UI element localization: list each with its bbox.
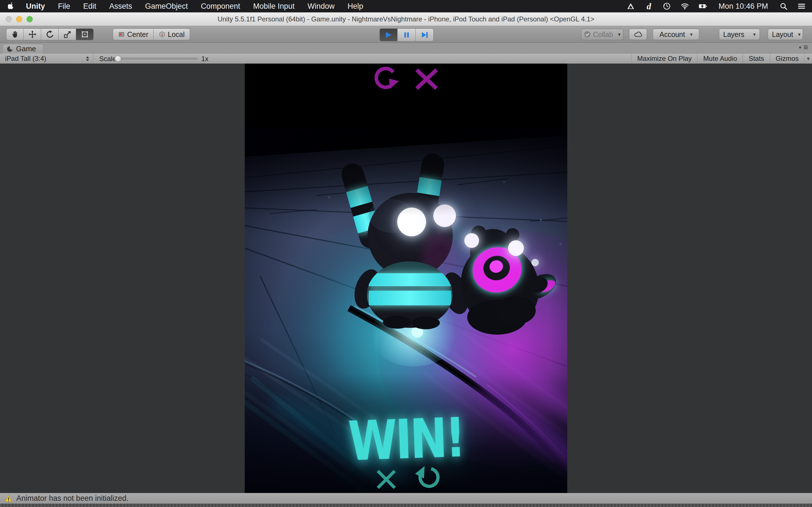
menu-item-window[interactable]: Window bbox=[308, 2, 335, 11]
rect-tool-button[interactable] bbox=[76, 29, 94, 40]
menu-status-icons: d Mon 10:46 PM bbox=[626, 2, 806, 11]
menu-item-edit[interactable]: Edit bbox=[83, 2, 96, 11]
menu-clock[interactable]: Mon 10:46 PM bbox=[718, 2, 768, 11]
menu-item-gameobject[interactable]: GameObject bbox=[145, 2, 188, 11]
menu-item-assets[interactable]: Assets bbox=[109, 2, 132, 11]
game-tab-bar: Game ▾ ≡ bbox=[0, 43, 812, 54]
aspect-ratio-value: iPad Tall (3:4) bbox=[5, 55, 46, 62]
window-resize-grip[interactable] bbox=[0, 504, 812, 507]
panel-dropdown-icon: ▾ bbox=[799, 45, 801, 50]
scale-slider-knob[interactable] bbox=[115, 55, 121, 62]
menu-item-component[interactable]: Component bbox=[201, 2, 240, 11]
pivot-controls: Center Local bbox=[113, 29, 190, 40]
warning-icon bbox=[4, 495, 12, 502]
time-machine-icon[interactable] bbox=[663, 2, 671, 10]
window-title: Unity 5.5.1f1 Personal (64bit) - Game.un… bbox=[0, 15, 812, 23]
cloud-icon bbox=[634, 31, 642, 38]
account-label: Account bbox=[659, 31, 685, 39]
tab-game-label: Game bbox=[16, 45, 36, 53]
play-button[interactable] bbox=[379, 29, 398, 41]
menu-item-help[interactable]: Help bbox=[348, 2, 363, 11]
collab-check-icon bbox=[584, 31, 591, 38]
window-minimize-button[interactable] bbox=[16, 16, 22, 22]
cloud-services-button[interactable] bbox=[629, 29, 647, 40]
d-app-icon[interactable]: d bbox=[645, 2, 653, 10]
scale-tool-button[interactable] bbox=[59, 29, 76, 40]
game-view-icon bbox=[6, 46, 13, 52]
local-icon bbox=[159, 31, 165, 38]
battery-charging-icon[interactable] bbox=[699, 2, 707, 10]
menu-item-file[interactable]: File bbox=[58, 2, 70, 11]
mute-audio-button[interactable]: Mute Audio bbox=[697, 54, 743, 64]
hand-tool-button[interactable] bbox=[6, 29, 24, 40]
macos-menu-bar: Unity File Edit Assets GameObject Compon… bbox=[0, 0, 812, 12]
panel-menu[interactable]: ▾ ≡ bbox=[799, 45, 808, 50]
panel-list-icon: ≡ bbox=[804, 45, 808, 50]
tab-game[interactable]: Game bbox=[2, 44, 44, 54]
game-close-bottom-button[interactable] bbox=[374, 467, 398, 491]
collab-dropdown-arrow: ▾ bbox=[618, 32, 620, 38]
step-icon bbox=[421, 31, 428, 39]
scale-value: 1x bbox=[201, 55, 208, 63]
menu-item-mobile-input[interactable]: Mobile Input bbox=[253, 2, 295, 11]
collab-label: Collab bbox=[593, 31, 613, 39]
pivot-center-button[interactable]: Center bbox=[113, 29, 154, 40]
screen: Unity File Edit Assets GameObject Compon… bbox=[0, 0, 812, 507]
layout-label: Layout bbox=[772, 31, 793, 39]
window-close-button[interactable] bbox=[6, 16, 12, 22]
menu-items: Unity File Edit Assets GameObject Compon… bbox=[26, 2, 363, 11]
win-banner: WIN! bbox=[245, 402, 567, 476]
orientation-local-button[interactable]: Local bbox=[154, 29, 190, 40]
game-view-options: Maximize On Play Mute Audio Stats Gizmos… bbox=[631, 54, 812, 64]
stats-button[interactable]: Stats bbox=[743, 54, 770, 64]
orientation-local-label: Local bbox=[168, 31, 185, 39]
play-icon bbox=[385, 31, 393, 39]
pause-button[interactable] bbox=[398, 29, 416, 41]
close-icon bbox=[413, 68, 440, 90]
layers-dropdown[interactable]: Layers ▾ bbox=[719, 29, 760, 40]
pause-icon bbox=[403, 31, 410, 39]
toolbar-right-controls: Collab ▾ Account ▾ Layers ▾ Layout ▾ bbox=[581, 29, 803, 40]
rotate-tool-button[interactable] bbox=[41, 29, 59, 40]
account-dropdown[interactable]: Account ▾ bbox=[653, 29, 699, 40]
gizmos-dropdown-arrow[interactable]: ▾ bbox=[804, 54, 812, 64]
window-title-bar: Unity 5.5.1f1 Personal (64bit) - Game.un… bbox=[0, 12, 812, 26]
game-control-bar: iPad Tall (3:4) Scale 1x Maximize On Pla… bbox=[0, 54, 812, 64]
rotate-replay-icon bbox=[371, 66, 400, 90]
layers-dropdown-arrow: ▾ bbox=[753, 32, 756, 38]
scale-label: Scale bbox=[99, 55, 116, 63]
restart-icon bbox=[414, 463, 441, 490]
gizmos-button[interactable]: Gizmos bbox=[770, 54, 804, 64]
layout-dropdown-arrow: ▾ bbox=[798, 32, 801, 38]
notification-list-icon[interactable] bbox=[797, 2, 806, 10]
center-icon bbox=[118, 31, 125, 38]
layers-label: Layers bbox=[723, 31, 744, 39]
game-render-area: WIN! bbox=[245, 64, 567, 493]
collab-button[interactable]: Collab ▾ bbox=[581, 29, 623, 40]
spotlight-search-icon[interactable] bbox=[779, 2, 788, 10]
step-button[interactable] bbox=[416, 29, 434, 41]
close-icon bbox=[374, 467, 398, 491]
pivot-center-label: Center bbox=[127, 31, 148, 39]
game-replay-top-button[interactable] bbox=[371, 66, 400, 90]
account-dropdown-arrow: ▾ bbox=[690, 32, 693, 38]
apple-menu-icon[interactable] bbox=[7, 2, 16, 10]
move-tool-button[interactable] bbox=[24, 29, 41, 40]
aspect-ratio-dropdown[interactable]: iPad Tall (3:4) bbox=[0, 54, 93, 64]
scale-slider[interactable] bbox=[115, 58, 197, 60]
drive-icon[interactable] bbox=[626, 2, 635, 10]
maximize-on-play-button[interactable]: Maximize On Play bbox=[631, 54, 697, 64]
layout-dropdown[interactable]: Layout ▾ bbox=[768, 29, 803, 40]
updown-arrows-icon bbox=[86, 56, 89, 61]
transform-tools bbox=[6, 29, 94, 40]
playmode-controls bbox=[379, 29, 434, 40]
game-restart-button[interactable] bbox=[414, 463, 441, 490]
wifi-icon[interactable] bbox=[680, 2, 689, 10]
game-viewport: WIN! bbox=[0, 64, 812, 493]
unity-toolbar: Center Local Collab ▾ bbox=[0, 26, 812, 43]
status-message: Animator has not been initialized. bbox=[16, 494, 129, 503]
window-zoom-button[interactable] bbox=[27, 16, 33, 22]
menu-item-unity[interactable]: Unity bbox=[26, 2, 45, 11]
console-status-bar[interactable]: Animator has not been initialized. bbox=[0, 493, 812, 504]
game-close-top-button[interactable] bbox=[413, 68, 440, 90]
